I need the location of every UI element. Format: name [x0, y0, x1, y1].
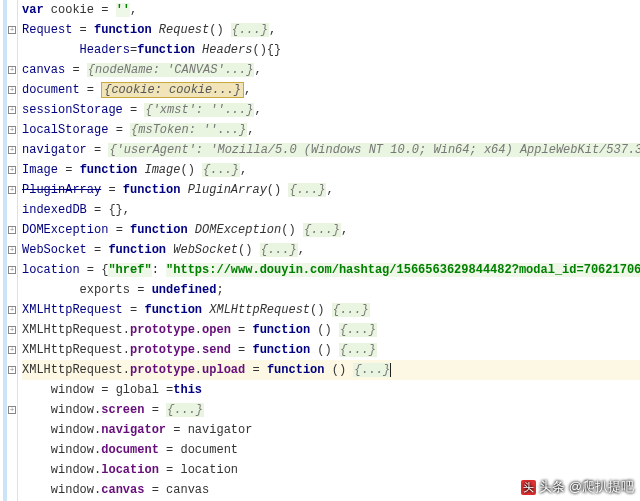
- token: {...}: [353, 363, 391, 377]
- token: (): [310, 303, 332, 317]
- fold-toggle-icon[interactable]: +: [8, 26, 16, 34]
- code-line[interactable]: Headers=function Headers(){}: [22, 40, 640, 60]
- code-line[interactable]: Image = function Image() {...},: [22, 160, 640, 180]
- code-line[interactable]: location = {"href": "https://www.douyin.…: [22, 260, 640, 280]
- token: =: [116, 123, 130, 137]
- code-line[interactable]: window.document = document: [22, 440, 640, 460]
- token: prototype: [130, 363, 195, 377]
- token: undefined: [152, 283, 217, 297]
- fold-toggle-icon[interactable]: +: [8, 106, 16, 114]
- token: window: [51, 383, 101, 397]
- token: =: [130, 303, 144, 317]
- fold-toggle-icon[interactable]: +: [8, 306, 16, 314]
- token: cookie: [51, 3, 101, 17]
- token: =: [130, 103, 144, 117]
- token: (){}: [252, 43, 281, 57]
- token: Image: [22, 163, 65, 177]
- token: function: [252, 343, 317, 357]
- fold-toggle-icon[interactable]: +: [8, 246, 16, 254]
- token: open: [202, 323, 238, 337]
- token: ,: [341, 223, 348, 237]
- code-line[interactable]: document = {cookie: cookie...},: [22, 80, 640, 100]
- fold-toggle-icon[interactable]: +: [8, 366, 16, 374]
- fold-toggle-icon[interactable]: +: [8, 146, 16, 154]
- code-line[interactable]: localStorage = {msToken: ''...},: [22, 120, 640, 140]
- code-line[interactable]: sessionStorage = {'xmst': ''...},: [22, 100, 640, 120]
- token: =: [173, 423, 187, 437]
- token: =: [152, 403, 166, 417]
- fold-toggle-icon[interactable]: +: [8, 326, 16, 334]
- code-line[interactable]: var cookie = '',: [22, 0, 640, 20]
- token: navigator: [101, 423, 173, 437]
- token: =: [94, 243, 108, 257]
- code-editor[interactable]: ++++++++++++++++ var cookie = '',Request…: [0, 0, 640, 501]
- token: "https://www.douyin.com/hashtag/15665636…: [166, 263, 640, 277]
- fold-toggle-icon[interactable]: +: [8, 86, 16, 94]
- token: (): [317, 323, 339, 337]
- code-line[interactable]: navigator = {'userAgent': 'Mozilla/5.0 (…: [22, 140, 640, 160]
- fold-toggle-icon[interactable]: +: [8, 266, 16, 274]
- code-area[interactable]: var cookie = '',Request = function Reque…: [18, 0, 640, 501]
- token: =: [137, 283, 151, 297]
- fold-toggle-icon[interactable]: +: [8, 406, 16, 414]
- token: DOMException: [195, 223, 281, 237]
- token: WebSocket: [173, 243, 238, 257]
- token: localStorage: [22, 123, 116, 137]
- token: window: [51, 463, 94, 477]
- token: XMLHttpRequest: [22, 343, 123, 357]
- token: =: [65, 163, 79, 177]
- token: ,: [326, 183, 333, 197]
- token: location: [101, 463, 166, 477]
- code-line[interactable]: XMLHttpRequest.prototype.send = function…: [22, 340, 640, 360]
- code-line[interactable]: canvas = {nodeName: 'CANVAS'...},: [22, 60, 640, 80]
- token: .: [195, 363, 202, 377]
- token: .: [195, 343, 202, 357]
- token: XMLHttpRequest: [209, 303, 310, 317]
- token: window: [51, 443, 94, 457]
- token: :: [152, 263, 166, 277]
- token: indexedDB: [22, 203, 94, 217]
- gutter[interactable]: ++++++++++++++++: [0, 0, 18, 501]
- fold-toggle-icon[interactable]: +: [8, 126, 16, 134]
- code-line[interactable]: indexedDB = {},: [22, 200, 640, 220]
- token: DOMException: [22, 223, 116, 237]
- token: {...}: [303, 223, 341, 237]
- token: (): [209, 23, 231, 37]
- code-line[interactable]: XMLHttpRequest = function XMLHttpRequest…: [22, 300, 640, 320]
- code-line[interactable]: window.screen = {...}: [22, 400, 640, 420]
- code-line[interactable]: Request = function Request() {...},: [22, 20, 640, 40]
- fold-toggle-icon[interactable]: +: [8, 66, 16, 74]
- token: global: [116, 383, 166, 397]
- token: "href": [108, 263, 151, 277]
- token: =: [238, 343, 252, 357]
- token: = {},: [94, 203, 130, 217]
- fold-toggle-icon[interactable]: +: [8, 226, 16, 234]
- watermark-logo-icon: 头: [521, 480, 536, 495]
- code-line[interactable]: exports = undefined;: [22, 280, 640, 300]
- token: navigator: [22, 143, 94, 157]
- code-line[interactable]: window.navigator = navigator: [22, 420, 640, 440]
- token: function: [80, 163, 145, 177]
- token: exports: [80, 283, 138, 297]
- token: =: [80, 23, 94, 37]
- fold-toggle-icon[interactable]: +: [8, 186, 16, 194]
- token: {msToken: ''...}: [130, 123, 247, 137]
- text-cursor: [390, 363, 391, 377]
- fold-toggle-icon[interactable]: +: [8, 346, 16, 354]
- code-line[interactable]: DOMException = function DOMException() {…: [22, 220, 640, 240]
- token: =: [152, 483, 166, 497]
- token: window: [51, 403, 94, 417]
- token: prototype: [130, 343, 195, 357]
- token: this: [173, 383, 202, 397]
- code-line[interactable]: PluginArray = function PluginArray() {..…: [22, 180, 640, 200]
- token: document: [101, 443, 166, 457]
- code-line[interactable]: WebSocket = function WebSocket() {...},: [22, 240, 640, 260]
- fold-toggle-icon[interactable]: +: [8, 166, 16, 174]
- token: var: [22, 3, 51, 17]
- token: PluginArray: [22, 183, 101, 197]
- token: Request: [22, 23, 80, 37]
- code-line[interactable]: XMLHttpRequest.prototype.open = function…: [22, 320, 640, 340]
- code-line[interactable]: window = global =this: [22, 380, 640, 400]
- token: navigator: [188, 423, 253, 437]
- code-line[interactable]: XMLHttpRequest.prototype.upload = functi…: [22, 360, 640, 380]
